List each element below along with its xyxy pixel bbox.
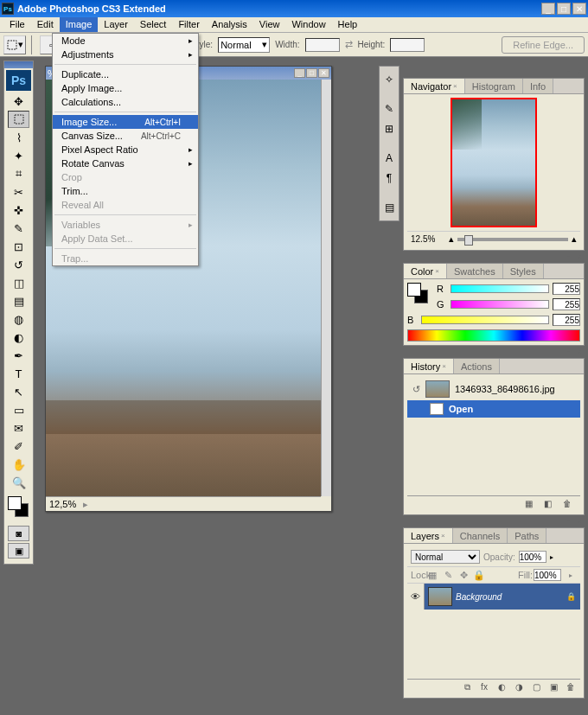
panel-close-icon[interactable]: × [575,516,584,525]
panel-close-icon[interactable]: × [575,347,584,355]
zoom-out-icon[interactable]: ▴ [449,233,454,245]
crop-tool[interactable]: ⌗ [8,165,29,182]
panel-collapse-icon[interactable]: − [565,516,573,525]
tab-color[interactable]: Color× [404,264,447,278]
history-brush-icon[interactable]: ↺ [412,384,420,395]
style-select[interactable]: Normal▾ [218,37,270,53]
r-slider[interactable] [451,284,549,293]
swap-wh-icon[interactable]: ⇄ [345,39,353,50]
menu-help[interactable]: Help [332,17,364,32]
doc-minimize[interactable]: _ [294,68,305,78]
history-state-open[interactable]: ▢ Open [407,400,580,418]
new-group-icon[interactable]: ▢ [530,682,542,692]
pen-tool[interactable]: ✒ [8,347,29,364]
tab-info[interactable]: Info [523,79,553,93]
spectrum-ramp[interactable] [407,329,580,342]
slice-tool[interactable]: ✂ [8,183,29,201]
history-snapshot[interactable]: ↺ 1346933_86498616.jpg [407,378,580,400]
path-tool[interactable]: ↖ [8,383,29,400]
eraser-tool[interactable]: ◫ [8,274,29,291]
type-tool[interactable]: T [8,365,29,382]
g-input[interactable] [553,298,580,310]
tab-navigator[interactable]: Navigator× [404,79,465,93]
menu-file[interactable]: File [3,17,31,32]
marquee-tool[interactable] [8,111,29,128]
b-slider[interactable] [421,316,549,324]
gradient-tool[interactable]: ▤ [8,292,29,310]
menu-image[interactable]: Image [60,17,99,32]
color-swatches-panel[interactable] [407,283,431,307]
menu-pixel-aspect[interactable]: Pixel Aspect Ratio [53,143,198,156]
screenmode-toggle[interactable]: ▣ [8,543,29,559]
notes-tool[interactable]: ✉ [8,419,29,437]
refine-edge-button[interactable]: Refine Edge... [502,36,585,54]
menu-canvas-size[interactable]: Canvas Size...Alt+Ctrl+C [53,129,198,143]
menu-rotate-canvas[interactable]: Rotate Canvas [53,156,198,170]
menu-image-size[interactable]: Image Size...Alt+Ctrl+I [53,115,198,129]
tab-paths[interactable]: Paths [508,528,546,543]
menu-select[interactable]: Select [134,17,173,32]
tab-channels[interactable]: Channels [453,528,508,543]
lock-transparent-icon[interactable]: ▦ [426,570,438,581]
g-slider[interactable] [451,300,549,309]
quickmask-toggle[interactable]: ◙ [8,526,29,541]
shape-tool[interactable]: ▭ [8,401,29,418]
new-snapshot-icon[interactable]: ◧ [544,499,556,509]
tab-histogram[interactable]: Histogram [465,79,523,93]
menu-duplicate[interactable]: Duplicate... [53,67,198,81]
tool-presets-icon[interactable]: ✧ [380,71,398,88]
b-input[interactable] [553,314,580,326]
new-layer-icon[interactable]: ▣ [547,682,559,692]
layer-style-icon[interactable]: fx [478,682,490,692]
adjustment-layer-icon[interactable]: ◑ [513,682,525,692]
delete-state-icon[interactable]: 🗑 [563,499,575,509]
dodge-tool[interactable]: ◐ [8,329,29,346]
menu-apply-image[interactable]: Apply Image... [53,81,198,95]
paragraph-icon[interactable]: ¶ [380,169,398,187]
tab-styles[interactable]: Styles [503,264,544,278]
clone-src-icon[interactable]: ⊞ [380,120,398,137]
new-doc-from-state-icon[interactable]: ▦ [525,499,537,509]
height-input[interactable] [390,38,425,52]
blend-mode-select[interactable]: Normal [411,550,480,564]
doc-close[interactable]: ✕ [318,68,329,78]
panel-collapse-icon[interactable]: − [565,252,573,260]
hand-tool[interactable]: ✋ [8,456,29,473]
nav-zoom-value[interactable]: 12.5% [411,234,445,244]
menu-calculations[interactable]: Calculations... [53,95,198,109]
panel-close-icon[interactable]: × [575,252,584,260]
tab-actions[interactable]: Actions [454,359,500,373]
wand-tool[interactable]: ✦ [8,147,29,164]
zoom-tool[interactable]: 🔍 [8,474,29,491]
move-tool[interactable]: ✥ [8,93,29,110]
zoom-display[interactable]: 12,5% [49,499,76,509]
menu-view[interactable]: View [253,17,286,32]
brush-tool[interactable]: ✎ [8,220,29,237]
color-swatches[interactable] [6,495,32,522]
menu-edit[interactable]: Edit [31,17,60,32]
menu-trim[interactable]: Trim... [53,184,198,198]
menu-window[interactable]: Window [285,17,331,32]
close-button[interactable]: ✕ [572,3,586,15]
tab-layers[interactable]: Layers× [404,528,453,543]
tab-swatches[interactable]: Swatches [447,264,503,278]
r-input[interactable] [553,283,580,295]
delete-layer-icon[interactable]: 🗑 [565,682,577,692]
minimize-button[interactable]: _ [541,3,555,15]
lock-paint-icon[interactable]: ✎ [442,570,454,581]
history-brush-tool[interactable]: ↺ [8,256,29,273]
heal-tool[interactable]: ✜ [8,201,29,219]
fill-input[interactable] [534,569,561,581]
doc-maximize[interactable]: □ [306,68,317,78]
panel-collapse-icon[interactable]: − [565,67,573,75]
menu-layer[interactable]: Layer [98,17,134,32]
layercomps-icon[interactable]: ▤ [380,199,398,216]
visibility-icon[interactable]: 👁 [407,584,425,610]
eyedropper-tool[interactable]: ✐ [8,437,29,455]
layer-background[interactable]: 👁 Background 🔒 [407,584,580,610]
blur-tool[interactable]: ◍ [8,310,29,328]
menu-filter[interactable]: Filter [172,17,205,32]
panel-collapse-icon[interactable]: − [565,347,573,355]
zoom-in-icon[interactable]: ▴ [572,233,577,245]
opacity-input[interactable] [519,551,546,563]
